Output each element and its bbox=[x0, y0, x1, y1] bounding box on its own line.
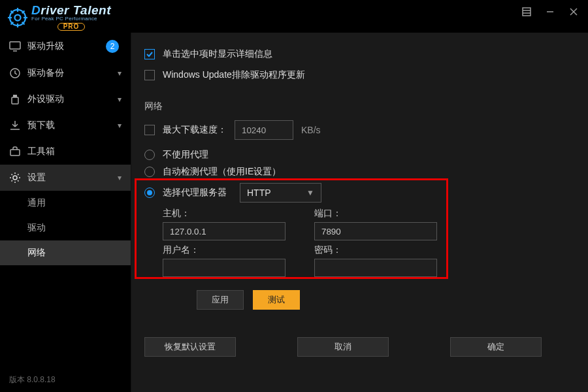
radio-manual-proxy[interactable] bbox=[144, 188, 155, 198]
svg-point-1 bbox=[15, 14, 21, 20]
sidebar-item-label: 驱动升级 bbox=[27, 41, 99, 52]
checkbox-max-speed[interactable] bbox=[144, 125, 155, 135]
user-label: 用户名： bbox=[163, 244, 287, 256]
sidebar-sub-network[interactable]: 网络 bbox=[0, 240, 131, 265]
cancel-button[interactable]: 取消 bbox=[297, 337, 389, 357]
pass-input[interactable] bbox=[314, 259, 437, 277]
sidebar-item-label: 工具箱 bbox=[27, 146, 122, 157]
max-speed-unit: KB/s bbox=[301, 125, 321, 135]
chevron-down-icon: ▾ bbox=[118, 173, 122, 182]
monitor-icon bbox=[9, 41, 21, 52]
chevron-down-icon: ▾ bbox=[118, 95, 122, 104]
svg-rect-10 bbox=[523, 8, 531, 16]
usb-icon bbox=[9, 93, 21, 105]
pro-badge: PRO bbox=[57, 23, 86, 31]
radio-no-proxy[interactable] bbox=[144, 150, 155, 160]
close-button[interactable] bbox=[567, 5, 580, 18]
chevron-down-icon: ▾ bbox=[118, 69, 122, 78]
section-network-title: 网络 bbox=[144, 101, 570, 112]
badge-count: 2 bbox=[106, 40, 119, 53]
radio-auto-proxy[interactable] bbox=[144, 167, 155, 177]
proxy-type-dropdown[interactable]: HTTP ▼ bbox=[240, 183, 321, 203]
app-logo: Driver Talent For Peak PC Performance PR… bbox=[8, 4, 111, 31]
app-name: Driver Talent bbox=[31, 4, 111, 16]
sidebar-item-label: 外设驱动 bbox=[27, 93, 111, 105]
test-button[interactable]: 测试 bbox=[253, 290, 300, 310]
sidebar-sub-general[interactable]: 通用 bbox=[0, 191, 131, 216]
sidebar-item-label: 设置 bbox=[27, 172, 111, 184]
svg-point-22 bbox=[13, 176, 17, 180]
user-input[interactable] bbox=[163, 259, 286, 277]
sidebar-sub-driver[interactable]: 驱动 bbox=[0, 216, 131, 240]
sidebar-item-driver-upgrade[interactable]: 驱动升级 2 bbox=[0, 33, 131, 60]
radio-label: 自动检测代理（使用IE设置） bbox=[163, 166, 281, 178]
pass-label: 密码： bbox=[314, 244, 438, 256]
svg-rect-21 bbox=[10, 150, 20, 155]
dropdown-value: HTTP bbox=[247, 188, 271, 198]
svg-rect-20 bbox=[12, 97, 18, 104]
max-speed-label: 最大下载速度： bbox=[163, 124, 227, 136]
sidebar-item-label: 驱动备份 bbox=[27, 67, 111, 79]
checkbox-show-detail[interactable] bbox=[144, 49, 155, 59]
sidebar-item-toolbox[interactable]: 工具箱 bbox=[0, 139, 131, 165]
radio-label: 不使用代理 bbox=[163, 149, 208, 161]
settings-content: 单击选中项时显示详细信息 Windows Update排除驱动程序更新 网络 最… bbox=[131, 33, 588, 392]
restore-defaults-button[interactable]: 恢复默认设置 bbox=[144, 337, 236, 357]
radio-label: 选择代理服务器 bbox=[163, 187, 227, 199]
toolbox-icon bbox=[9, 146, 21, 157]
sidebar-item-settings[interactable]: 设置 ▾ bbox=[0, 165, 131, 191]
svg-rect-16 bbox=[10, 42, 20, 49]
version-label: 版本 8.0.8.18 bbox=[0, 368, 131, 392]
host-label: 主机： bbox=[163, 208, 287, 220]
menu-icon[interactable] bbox=[520, 5, 533, 18]
sidebar-item-predownload[interactable]: 预下载 ▾ bbox=[0, 112, 131, 139]
download-icon bbox=[9, 120, 21, 131]
checkbox-label: 单击选中项时显示详细信息 bbox=[163, 48, 272, 60]
port-input[interactable] bbox=[314, 222, 437, 240]
app-tagline: For Peak PC Performance bbox=[31, 16, 111, 22]
gear-icon bbox=[9, 172, 21, 184]
sidebar-item-label: 预下载 bbox=[27, 120, 111, 131]
chevron-down-icon: ▼ bbox=[306, 188, 314, 197]
sidebar-item-driver-backup[interactable]: 驱动备份 ▾ bbox=[0, 60, 131, 86]
port-label: 端口： bbox=[314, 208, 438, 220]
host-input[interactable] bbox=[163, 222, 286, 240]
apply-button[interactable]: 应用 bbox=[197, 290, 244, 310]
clock-icon bbox=[9, 67, 21, 79]
titlebar: Driver Talent For Peak PC Performance PR… bbox=[0, 0, 588, 33]
chevron-down-icon: ▾ bbox=[118, 121, 122, 130]
max-speed-input[interactable] bbox=[235, 120, 293, 140]
checkbox-label: Windows Update排除驱动程序更新 bbox=[163, 69, 305, 81]
sidebar-item-peripheral[interactable]: 外设驱动 ▾ bbox=[0, 86, 131, 112]
minimize-button[interactable] bbox=[544, 5, 557, 18]
ok-button[interactable]: 确定 bbox=[450, 337, 542, 357]
checkbox-exclude-wu[interactable] bbox=[144, 70, 155, 80]
sidebar: 驱动升级 2 驱动备份 ▾ 外设驱动 ▾ 预下 bbox=[0, 33, 131, 392]
